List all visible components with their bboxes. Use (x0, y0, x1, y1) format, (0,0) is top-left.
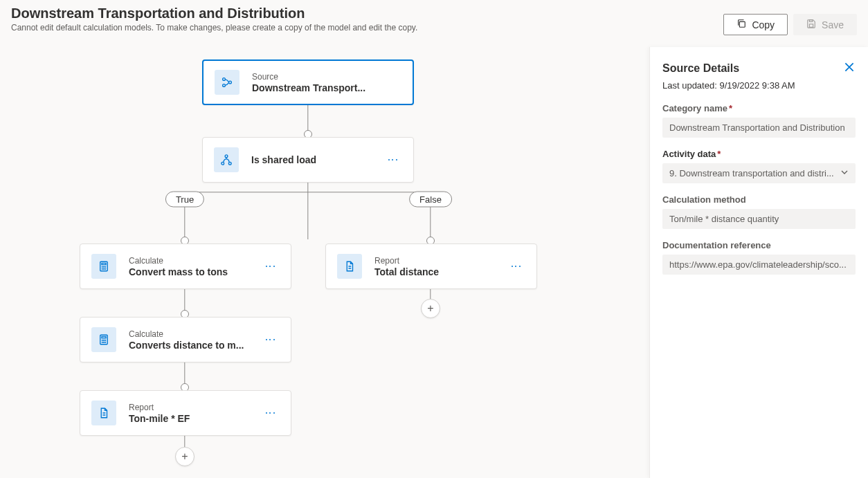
svg-point-16 (105, 268, 106, 269)
node-type: Report (374, 256, 507, 266)
node-type: Source (252, 72, 401, 82)
close-icon[interactable] (843, 61, 856, 76)
svg-point-19 (102, 340, 102, 340)
connector-line (185, 192, 431, 192)
node-type: Report (129, 403, 261, 412)
node-condition[interactable]: Is shared load ⋮ (202, 137, 414, 183)
svg-rect-18 (102, 337, 106, 338)
last-updated: Last updated: 9/19/2022 9:38 AM (662, 80, 856, 91)
node-value: Converts distance to m... (129, 340, 261, 351)
more-icon[interactable]: ⋮ (261, 334, 280, 345)
branch-label-true: True (165, 192, 204, 208)
field-label-category: Category name* (662, 103, 856, 113)
more-icon[interactable]: ⋮ (383, 154, 402, 165)
document-icon (91, 401, 116, 425)
condition-icon (214, 147, 239, 172)
svg-point-11 (102, 266, 102, 267)
node-calculate-mass[interactable]: Calculate Convert mass to tons ⋮ (80, 243, 291, 289)
svg-point-22 (102, 342, 102, 342)
activity-select[interactable]: 9. Downstream transportation and distri.… (662, 163, 856, 183)
connector-line (307, 105, 308, 131)
more-icon[interactable]: ⋮ (507, 261, 525, 272)
field-label-doc: Documentation reference (662, 240, 856, 250)
svg-point-12 (104, 266, 105, 267)
field-label-activity: Activity data* (662, 149, 856, 159)
calculator-icon (91, 254, 116, 279)
svg-point-13 (105, 266, 106, 267)
add-node-button[interactable]: + (175, 447, 195, 466)
svg-rect-10 (102, 264, 106, 265)
node-calculate-distance[interactable]: Calculate Converts distance to m... ⋮ (80, 317, 291, 362)
chevron-down-icon (840, 168, 849, 178)
svg-rect-2 (809, 20, 812, 22)
method-input[interactable]: Ton/mile * distance quantity (662, 209, 856, 229)
svg-point-6 (225, 155, 228, 158)
save-label: Save (822, 19, 844, 30)
node-value: Is shared load (251, 154, 383, 165)
node-report-tonmile[interactable]: Report Ton-mile * EF ⋮ (80, 390, 291, 436)
svg-point-8 (228, 162, 231, 165)
field-label-method: Calculation method (662, 194, 856, 205)
svg-point-5 (229, 81, 232, 84)
svg-point-4 (223, 84, 226, 87)
branch-label-false: False (409, 192, 452, 208)
node-value: Downstream Transport... (252, 82, 401, 93)
svg-point-7 (221, 162, 224, 165)
svg-rect-1 (809, 24, 813, 27)
document-icon (337, 254, 362, 279)
details-title: Source Details (662, 62, 739, 75)
copy-label: Copy (752, 19, 775, 30)
svg-rect-0 (740, 21, 745, 27)
copy-icon (736, 19, 746, 30)
node-value: Convert mass to tons (129, 266, 261, 277)
save-icon (806, 19, 816, 30)
svg-point-21 (105, 340, 106, 340)
svg-point-24 (105, 342, 106, 342)
page-header: Downstream Transportation and Distributi… (0, 0, 868, 41)
node-type: Calculate (129, 256, 261, 266)
svg-point-14 (102, 268, 102, 269)
svg-point-23 (104, 342, 105, 342)
node-report-total-distance[interactable]: Report Total distance ⋮ (325, 243, 537, 289)
doc-input[interactable]: https://www.epa.gov/climateleadership/sc… (662, 255, 856, 275)
more-icon[interactable]: ⋮ (261, 407, 280, 419)
node-type: Calculate (129, 329, 261, 339)
connector-line (307, 180, 308, 239)
node-value: Ton-mile * EF (129, 413, 261, 424)
svg-point-3 (223, 78, 226, 81)
details-panel: Source Details Last updated: 9/19/2022 9… (649, 47, 868, 478)
svg-point-15 (104, 268, 105, 269)
add-node-button[interactable]: + (421, 299, 440, 318)
page-title: Downstream Transportation and Distributi… (11, 6, 723, 21)
node-value: Total distance (374, 266, 507, 277)
node-source[interactable]: Source Downstream Transport... (202, 59, 414, 105)
calculator-icon (91, 327, 116, 352)
category-input[interactable]: Downstream Transportation and Distributi… (662, 118, 856, 138)
more-icon[interactable]: ⋮ (261, 261, 280, 272)
svg-point-20 (104, 340, 105, 340)
page-subtitle: Cannot edit default calculation models. … (11, 23, 723, 33)
source-icon (215, 70, 239, 95)
copy-button[interactable]: Copy (723, 14, 788, 35)
save-button: Save (793, 14, 857, 35)
